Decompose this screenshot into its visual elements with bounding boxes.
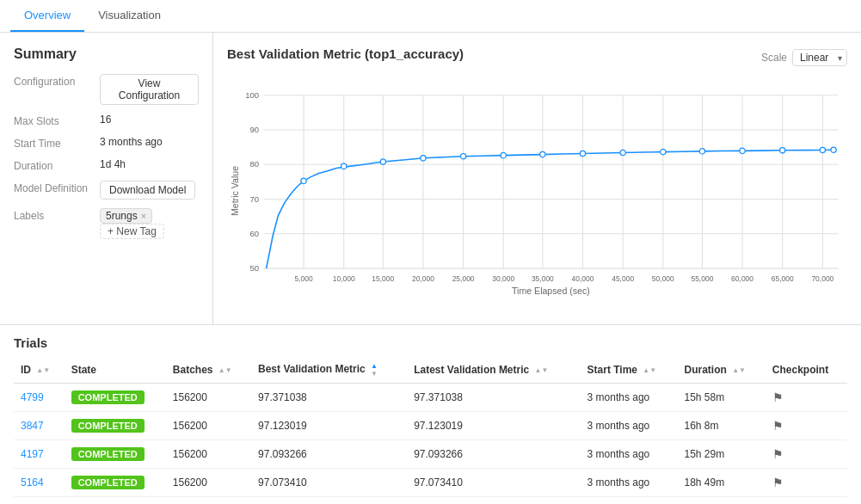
svg-text:60,000: 60,000 bbox=[731, 274, 753, 283]
trial-id-link[interactable]: 4197 bbox=[21, 448, 44, 460]
y-axis: 50 60 70 80 90 100 bbox=[245, 90, 838, 273]
svg-point-48 bbox=[620, 150, 625, 155]
main-content: Summary Configuration View Configuration… bbox=[0, 33, 861, 504]
table-row: 5164 COMPLETED 156200 97.073410 97.07341… bbox=[14, 469, 847, 497]
chart-points bbox=[301, 147, 836, 183]
tag-5rungs: 5rungs × bbox=[100, 208, 152, 224]
tag-close-icon[interactable]: × bbox=[141, 211, 146, 221]
summary-row-duration: Duration 1d 4h bbox=[14, 158, 199, 172]
sort-icon-start-time[interactable]: ▲▼ bbox=[643, 366, 656, 374]
checkpoint-icon[interactable]: ⚑ bbox=[772, 419, 784, 433]
summary-row-modeldef: Model Definition Download Model bbox=[14, 181, 199, 200]
cell-id: 5133 bbox=[14, 497, 65, 505]
labels-label: Labels bbox=[14, 208, 100, 222]
new-tag-button[interactable]: + New Tag bbox=[100, 224, 164, 239]
config-value: View Configuration bbox=[100, 74, 199, 105]
summary-title: Summary bbox=[14, 46, 199, 62]
download-model-button[interactable]: Download Model bbox=[100, 181, 195, 200]
svg-point-53 bbox=[820, 147, 825, 152]
status-badge: COMPLETED bbox=[71, 419, 145, 433]
svg-point-43 bbox=[421, 156, 426, 161]
svg-point-47 bbox=[580, 151, 585, 156]
maxslots-label: Max Slots bbox=[14, 114, 100, 127]
status-badge: COMPLETED bbox=[71, 390, 145, 404]
cell-duration: 15h 58m bbox=[678, 384, 766, 412]
tag-text: 5rungs bbox=[106, 210, 138, 222]
tab-visualization[interactable]: Visualization bbox=[84, 0, 175, 32]
col-checkpoint: Checkpoint bbox=[766, 357, 847, 384]
svg-point-50 bbox=[699, 149, 704, 154]
checkpoint-icon[interactable]: ⚑ bbox=[772, 447, 784, 461]
chart-panel: Best Validation Metric (top1_accuracy) S… bbox=[213, 33, 861, 324]
cell-latest-val: 97.073410 bbox=[407, 469, 580, 497]
svg-point-41 bbox=[341, 163, 347, 169]
svg-text:35,000: 35,000 bbox=[532, 274, 554, 283]
view-configuration-button[interactable]: View Configuration bbox=[100, 74, 199, 105]
cell-start-time: 3 months ago bbox=[581, 384, 678, 412]
summary-row-maxslots: Max Slots 16 bbox=[14, 114, 199, 127]
x-axis-label: Time Elapsed (sec) bbox=[512, 286, 590, 296]
cell-duration: 15h 29m bbox=[678, 440, 766, 469]
cell-start-time: 3 months ago bbox=[581, 440, 678, 469]
col-start-time: Start Time ▲▼ bbox=[581, 357, 678, 384]
cell-state: COMPLETED bbox=[65, 497, 166, 505]
svg-text:45,000: 45,000 bbox=[612, 274, 634, 283]
trials-section: Trials ID ▲▼ State Batches ▲▼ Best Valid… bbox=[0, 325, 861, 504]
sort-icon-id[interactable]: ▲▼ bbox=[36, 366, 50, 374]
cell-id: 5164 bbox=[14, 469, 65, 497]
svg-point-52 bbox=[780, 148, 785, 153]
cell-duration: 16h 8m bbox=[678, 412, 766, 440]
y-axis-label: Metric Value bbox=[230, 166, 240, 216]
svg-text:20,000: 20,000 bbox=[412, 274, 434, 283]
col-id: ID ▲▼ bbox=[14, 357, 65, 384]
cell-best-val: 97.093266 bbox=[251, 440, 407, 469]
cell-checkpoint: ⚑ bbox=[766, 412, 847, 440]
sort-icon-best-val[interactable]: ▲▼ bbox=[371, 362, 378, 378]
labels-value: 5rungs × + New Tag bbox=[100, 208, 199, 239]
sort-icon-duration[interactable]: ▲▼ bbox=[732, 366, 746, 374]
svg-point-46 bbox=[540, 151, 545, 157]
cell-batches: 156200 bbox=[166, 440, 251, 469]
svg-text:30,000: 30,000 bbox=[492, 274, 514, 283]
svg-point-44 bbox=[460, 154, 465, 159]
svg-text:50,000: 50,000 bbox=[652, 274, 674, 283]
cell-batches: 156200 bbox=[166, 469, 251, 497]
tab-overview[interactable]: Overview bbox=[10, 0, 84, 32]
trial-id-link[interactable]: 4799 bbox=[21, 391, 44, 403]
checkpoint-icon[interactable]: ⚑ bbox=[772, 390, 784, 404]
cell-id: 4197 bbox=[14, 440, 65, 469]
cell-start-time: 3 months ago bbox=[581, 497, 678, 505]
scale-select[interactable]: Linear Log bbox=[792, 49, 847, 66]
checkpoint-icon[interactable]: ⚑ bbox=[772, 476, 784, 489]
col-state: State bbox=[65, 357, 166, 384]
modeldef-value: Download Model bbox=[100, 181, 199, 200]
config-label: Configuration bbox=[14, 74, 100, 88]
svg-point-45 bbox=[501, 152, 506, 157]
summary-row-configuration: Configuration View Configuration bbox=[14, 74, 199, 105]
modeldef-label: Model Definition bbox=[14, 181, 100, 194]
svg-text:65,000: 65,000 bbox=[772, 274, 794, 283]
chart-area: Metric Value 50 60 70 80 bbox=[227, 71, 847, 310]
cell-state: COMPLETED bbox=[65, 440, 166, 469]
duration-label: Duration bbox=[14, 158, 100, 172]
scale-select-wrapper: Linear Log bbox=[792, 49, 847, 66]
tabs-bar: Overview Visualization bbox=[0, 0, 861, 33]
col-duration: Duration ▲▼ bbox=[678, 357, 766, 384]
trial-id-link[interactable]: 5164 bbox=[21, 476, 44, 489]
sort-icon-latest-val[interactable]: ▲▼ bbox=[535, 366, 549, 374]
summary-row-starttime: Start Time 3 months ago bbox=[14, 136, 199, 150]
trial-id-link[interactable]: 3847 bbox=[21, 420, 44, 432]
svg-text:10,000: 10,000 bbox=[333, 274, 355, 283]
cell-checkpoint: ⚑ bbox=[766, 440, 847, 469]
scale-text: Scale bbox=[761, 52, 787, 64]
metric-line bbox=[267, 150, 834, 268]
duration-value: 1d 4h bbox=[100, 158, 199, 170]
cell-latest-val: 96.994010 bbox=[407, 497, 580, 505]
svg-text:50: 50 bbox=[250, 263, 260, 273]
col-best-val: Best Validation Metric ▲▼ bbox=[251, 357, 407, 384]
cell-latest-val: 97.093266 bbox=[407, 440, 580, 469]
sort-icon-batches[interactable]: ▲▼ bbox=[218, 366, 232, 374]
svg-point-54 bbox=[831, 147, 836, 152]
cell-batches: 156200 bbox=[166, 412, 251, 440]
header-row: ID ▲▼ State Batches ▲▼ Best Validation M… bbox=[14, 357, 847, 384]
